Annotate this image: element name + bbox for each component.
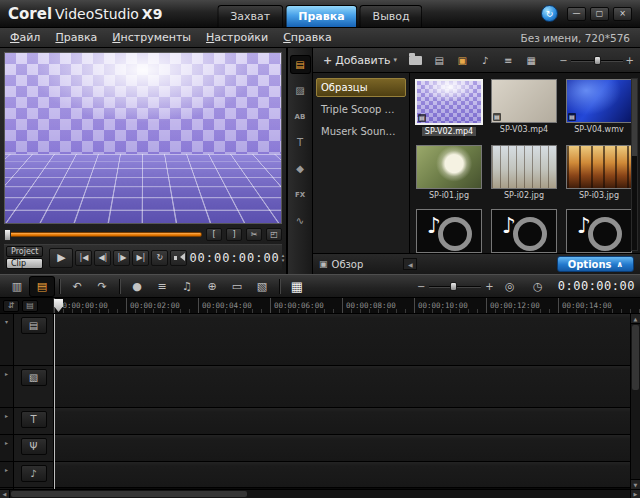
library-item[interactable]: ▤ SP-V02.mp4 <box>415 79 483 136</box>
scroll-up-icon[interactable]: ▲ <box>631 314 640 324</box>
ruler-options-icon[interactable]: ▤ <box>22 300 38 312</box>
split-clip-icon[interactable]: ✂ <box>246 228 262 241</box>
enlarge-preview-icon[interactable]: ◰ <box>266 228 282 241</box>
scrollbar-track[interactable] <box>631 324 640 479</box>
seek-handle[interactable] <box>4 229 11 241</box>
title-track-lane[interactable] <box>54 408 630 435</box>
library-item[interactable]: ♪ <box>415 209 483 253</box>
library-tab-graphic-icon[interactable]: ◆ <box>291 160 310 177</box>
collapse-music-track-icon[interactable]: ▸ <box>0 462 13 488</box>
library-vertical-scrollbar[interactable] <box>631 78 638 251</box>
collapse-voice-track-icon[interactable]: ▸ <box>0 435 13 462</box>
home-button[interactable]: |◀ <box>75 250 92 266</box>
sound-mixer-icon[interactable]: ≡ <box>150 277 174 296</box>
title-track-icon[interactable]: T <box>21 411 47 428</box>
overlay-track-icon[interactable]: ▧ <box>21 369 47 386</box>
close-button[interactable]: × <box>613 7 632 21</box>
folder-triple-scoop[interactable]: Triple Scoop Music <box>316 100 406 119</box>
zoom-out-icon[interactable]: − <box>559 55 567 66</box>
next-frame-button[interactable]: |▶ <box>113 250 130 266</box>
library-tab-title-icon[interactable]: T <box>291 134 310 151</box>
library-tab-instant-project-icon[interactable]: ▨ <box>291 82 310 99</box>
chapter-cue-icon[interactable]: ▦ <box>285 277 309 296</box>
library-item[interactable]: ♪ <box>490 209 558 253</box>
tab-edit[interactable]: Правка <box>285 5 357 27</box>
scroll-right-icon[interactable]: ▶ <box>630 490 640 498</box>
library-item[interactable]: SP-i01.jpg <box>415 145 483 200</box>
collapse-title-track-icon[interactable]: ▸ <box>0 408 13 435</box>
library-item[interactable]: ♪ <box>565 209 633 253</box>
scroll-down-icon[interactable]: ▼ <box>631 479 640 489</box>
menu-file[interactable]: Файл <box>10 31 40 44</box>
scrollbar-thumb[interactable] <box>632 325 639 390</box>
timeline-ruler[interactable]: 00:00:00:00 00:00:02:00 00:00:04:00 00:0… <box>54 298 640 313</box>
music-track-icon[interactable]: ♪ <box>21 465 47 482</box>
volume-button[interactable] <box>170 250 187 266</box>
scrollbar-thumb[interactable] <box>11 491 247 497</box>
motion-tracking-icon[interactable]: ⊕ <box>200 277 224 296</box>
browse-button[interactable]: ▣ Обзор <box>319 259 363 270</box>
library-tab-motion-icon[interactable]: ∿ <box>291 212 310 229</box>
folder-muserk[interactable]: Muserk Sound Effect <box>316 122 406 141</box>
library-item[interactable]: SP-i03.jpg <box>565 145 633 200</box>
thumbnail-zoom-slider[interactable] <box>571 55 623 66</box>
auto-music-icon[interactable]: ♫ <box>175 277 199 296</box>
import-folder-icon[interactable] <box>409 56 422 65</box>
previous-frame-button[interactable]: ◀| <box>94 250 111 266</box>
library-scroll-left-button[interactable]: ◀ <box>403 258 417 270</box>
music-track-lane[interactable] <box>54 462 630 488</box>
timeline-vertical-scrollbar[interactable]: ▲ ▼ <box>630 314 640 489</box>
voice-track-lane[interactable] <box>54 435 630 462</box>
tab-capture[interactable]: Захват <box>217 5 283 27</box>
record-capture-icon[interactable]: ● <box>125 277 149 296</box>
undo-icon[interactable]: ↶ <box>65 277 89 296</box>
audio-filter-icon[interactable]: ♪ <box>476 52 494 68</box>
minimize-button[interactable]: — <box>567 7 586 21</box>
menu-settings[interactable]: Настройки <box>206 31 268 44</box>
mark-out-button[interactable]: ] <box>226 228 242 241</box>
subtitle-editor-icon[interactable]: ▭ <box>225 277 249 296</box>
tab-share[interactable]: Вывод <box>360 5 423 27</box>
update-icon[interactable]: ↻ <box>541 5 558 22</box>
grid-view-icon[interactable]: ▦ <box>522 52 540 68</box>
library-item[interactable]: ▤ SP-V03.mp4 <box>490 79 558 136</box>
timecode-down-icon[interactable]: ▾ <box>282 258 285 263</box>
menu-tools[interactable]: Инструменты <box>112 31 191 44</box>
timeline-zoom-out-icon[interactable]: − <box>417 281 425 292</box>
library-item[interactable]: ▤ SP-V04.wmv <box>565 79 633 136</box>
library-item[interactable]: SP-i02.jpg <box>490 145 558 200</box>
clip-mode-button[interactable]: Clip <box>6 258 43 269</box>
scrollbar-thumb[interactable] <box>632 79 637 156</box>
slider-knob[interactable] <box>594 56 601 65</box>
photo-filter-icon[interactable]: ▣ <box>453 52 471 68</box>
redo-icon[interactable]: ↷ <box>90 277 114 296</box>
zoom-in-icon[interactable]: + <box>626 55 634 66</box>
library-tab-transition-icon[interactable]: AB <box>291 108 310 125</box>
end-button[interactable]: ▶| <box>132 250 149 266</box>
add-media-button[interactable]: + Добавить ▾ <box>319 53 401 68</box>
options-button[interactable]: Options ∧ <box>557 256 634 272</box>
library-tab-media-icon[interactable]: ▤ <box>291 56 310 73</box>
maximize-button[interactable]: ▢ <box>590 7 609 21</box>
scrollbar-track[interactable] <box>10 490 630 498</box>
timeline-horizontal-scrollbar[interactable]: ◀ ▶ <box>0 489 640 498</box>
collapse-overlay-track-icon[interactable]: ▸ <box>0 366 13 408</box>
swap-tracks-icon[interactable]: ⇵ <box>3 300 19 312</box>
project-duration-icon[interactable]: ◷ <box>526 277 550 296</box>
seek-bar[interactable] <box>4 232 202 237</box>
folder-samples[interactable]: Образцы <box>316 78 406 97</box>
scroll-left-icon[interactable]: ◀ <box>0 490 10 498</box>
fit-project-icon[interactable]: ◎ <box>498 277 522 296</box>
track-manager-icon[interactable]: ▧ <box>250 277 274 296</box>
timeline-zoom-in-icon[interactable]: + <box>485 281 493 292</box>
video-filter-icon[interactable]: ▤ <box>430 52 448 68</box>
timeline-view-icon[interactable]: ▤ <box>30 277 54 296</box>
mark-in-button[interactable]: [ <box>206 228 222 241</box>
menu-edit[interactable]: Правка <box>55 31 97 44</box>
collapse-video-track-icon[interactable]: ▾ <box>0 314 13 366</box>
video-track-lane[interactable] <box>54 314 630 366</box>
playhead-line[interactable] <box>54 314 55 489</box>
timeline-zoom-slider[interactable] <box>429 281 481 292</box>
project-mode-button[interactable]: Project <box>6 246 43 257</box>
list-view-icon[interactable]: ≡ <box>499 52 517 68</box>
